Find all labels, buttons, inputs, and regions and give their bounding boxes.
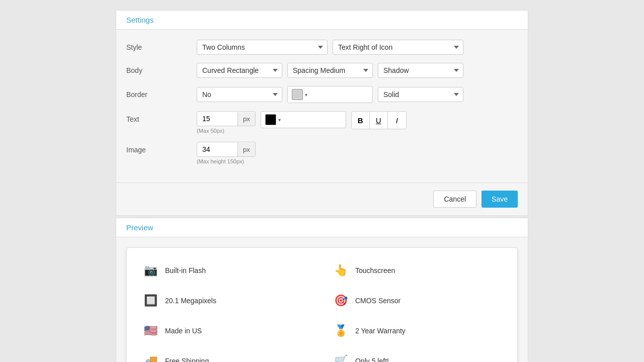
body-controls: Curved Rectangle Rectangle Circle Spacin…: [197, 63, 518, 78]
image-size-wrapper: px: [197, 142, 256, 157]
item-icon: 🔲: [142, 292, 159, 309]
italic-button[interactable]: I: [388, 112, 406, 129]
item-label: Only 5 left!: [355, 357, 389, 362]
list-item: 🎯 CMOS Sensor: [332, 288, 502, 313]
text-max-hint: (Max 50px): [197, 128, 256, 134]
item-icon: 👆: [332, 262, 349, 279]
body-spacing-select[interactable]: Spacing Medium Spacing Small Spacing Lar…: [287, 63, 373, 78]
body-shape-select[interactable]: Curved Rectangle Rectangle Circle: [197, 63, 282, 78]
preview-grid: 📷 Built-in Flash 👆 Touchscreen 🔲 20.1 Me…: [142, 258, 502, 362]
image-size-input[interactable]: [197, 142, 237, 156]
style-controls: Two Columns One Column Three Columns Tex…: [197, 40, 518, 55]
bold-button[interactable]: B: [352, 112, 370, 129]
text-row: Text px (Max 50px) ▾ B: [126, 111, 518, 134]
border-row: Border No Yes ▾ Solid Dashed Dotted: [126, 86, 518, 103]
border-color-swatch: [292, 89, 303, 100]
border-color-arrow-icon: ▾: [305, 92, 307, 98]
image-size-unit: px: [237, 143, 255, 156]
body-shadow-select[interactable]: Shadow No Shadow: [378, 63, 463, 78]
main-container: Settings Style Two Columns One Column Th…: [116, 10, 528, 362]
list-item: 🛒 Only 5 left!: [332, 348, 502, 362]
preview-header: Preview: [116, 218, 528, 237]
preview-title: Preview: [126, 223, 153, 232]
item-icon: 🇺🇸: [142, 322, 159, 339]
body-row: Body Curved Rectangle Rectangle Circle S…: [126, 63, 518, 78]
item-icon: 🛒: [332, 352, 349, 362]
list-item: 🚚 Free Shipping: [142, 348, 312, 362]
item-label: 20.1 Megapixels: [165, 297, 216, 305]
text-controls: px (Max 50px) ▾ B U I: [197, 111, 518, 134]
item-label: CMOS Sensor: [355, 297, 400, 305]
save-button[interactable]: Save: [481, 191, 518, 208]
list-item: 📷 Built-in Flash: [142, 258, 312, 283]
item-label: Touchscreen: [355, 266, 395, 275]
body-label: Body: [126, 66, 197, 74]
item-icon: 🏅: [332, 322, 349, 339]
item-icon: 📷: [142, 262, 159, 279]
settings-panel: Settings Style Two Columns One Column Th…: [116, 10, 528, 216]
text-format-group: B U I: [351, 111, 407, 129]
image-label: Image: [126, 142, 197, 154]
preview-card: 📷 Built-in Flash 👆 Touchscreen 🔲 20.1 Me…: [126, 247, 518, 362]
text-color-picker[interactable]: ▾: [261, 111, 346, 128]
image-controls: px (Max height 150px): [197, 142, 518, 164]
style-row: Style Two Columns One Column Three Colum…: [126, 40, 518, 55]
style-select-2[interactable]: Text Right of Icon Text Below Icon Text …: [333, 40, 463, 55]
text-size-wrapper: px: [197, 111, 256, 126]
settings-body: Style Two Columns One Column Three Colum…: [116, 30, 528, 183]
item-label: 2 Year Warranty: [355, 327, 406, 335]
item-icon: 🎯: [332, 292, 349, 309]
item-icon: 🚚: [142, 352, 159, 362]
border-controls: No Yes ▾ Solid Dashed Dotted: [197, 86, 518, 103]
item-label: Free Shipping: [165, 357, 209, 362]
settings-title: Settings: [126, 16, 153, 24]
text-size-col: px (Max 50px): [197, 111, 256, 134]
border-color-picker[interactable]: ▾: [287, 86, 373, 103]
text-label: Text: [126, 111, 197, 123]
border-style-select[interactable]: Solid Dashed Dotted: [378, 87, 463, 102]
cancel-button[interactable]: Cancel: [433, 191, 476, 208]
list-item: 🏅 2 Year Warranty: [332, 318, 502, 343]
actions-row: Cancel Save: [116, 183, 528, 215]
list-item: 🇺🇸 Made in US: [142, 318, 312, 343]
image-max-hint: (Max height 150px): [197, 158, 256, 164]
text-size-unit: px: [237, 112, 255, 126]
preview-body: 📷 Built-in Flash 👆 Touchscreen 🔲 20.1 Me…: [116, 237, 528, 362]
style-label: Style: [126, 43, 197, 51]
item-label: Made in US: [165, 327, 202, 335]
settings-header: Settings: [116, 11, 528, 30]
border-select[interactable]: No Yes: [197, 87, 282, 102]
text-color-swatch: [265, 114, 276, 125]
image-row: Image px (Max height 150px): [126, 142, 518, 164]
item-label: Built-in Flash: [165, 266, 206, 275]
style-select-1[interactable]: Two Columns One Column Three Columns: [197, 40, 328, 55]
image-size-col: px (Max height 150px): [197, 142, 256, 164]
list-item: 👆 Touchscreen: [332, 258, 502, 283]
preview-panel: Preview 📷 Built-in Flash 👆 Touchscreen 🔲…: [116, 218, 528, 362]
text-size-input[interactable]: [197, 112, 237, 126]
underline-button[interactable]: U: [370, 112, 388, 129]
list-item: 🔲 20.1 Megapixels: [142, 288, 312, 313]
border-label: Border: [126, 90, 197, 99]
text-color-arrow-icon: ▾: [278, 117, 281, 123]
